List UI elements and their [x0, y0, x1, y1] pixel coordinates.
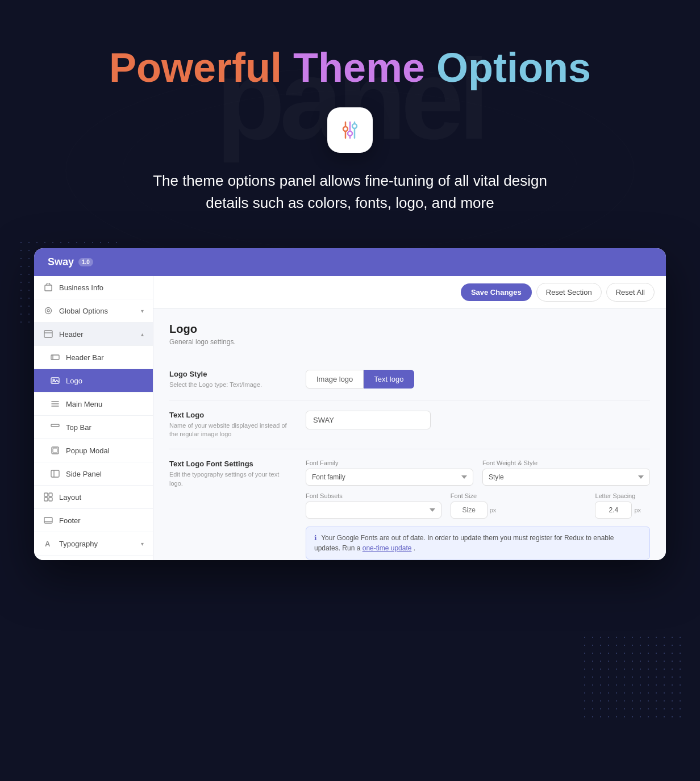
sidebar-item-header-bar[interactable]: Header Bar — [34, 346, 153, 369]
svg-point-7 — [352, 124, 357, 128]
letter-spacing-unit: px — [634, 507, 641, 513]
font-settings-desc: Edit the typography settings of your tex… — [169, 470, 294, 488]
sidebar-item-portfolio[interactable]: Portfolio — [34, 556, 153, 560]
sidebar-label-popup-modal: Popup Modal — [66, 446, 110, 455]
sidebar-item-header-left: Header — [43, 329, 84, 339]
top-bar-icon — [50, 422, 60, 432]
header-chevron: ▴ — [141, 331, 144, 337]
font-weight-field: Font Weight & Style Style — [482, 460, 650, 486]
sidebar-item-main-menu[interactable]: Main Menu — [34, 392, 153, 416]
font-family-select[interactable]: Font family — [306, 469, 473, 486]
notice-link[interactable]: one-time update — [363, 544, 412, 552]
font-weight-label: Font Weight & Style — [482, 460, 650, 466]
svg-rect-15 — [51, 378, 59, 383]
svg-rect-11 — [44, 331, 52, 337]
sidebar-item-footer[interactable]: Footer — [34, 509, 153, 532]
panel-body: Business Info Global Options ▾ — [34, 276, 666, 560]
google-fonts-notice: ℹ Your Google Fonts are out of date. In … — [306, 527, 650, 559]
letter-spacing-input[interactable] — [595, 502, 632, 519]
text-logo-input[interactable] — [306, 411, 431, 429]
footer-icon — [43, 515, 53, 525]
sidebar-label-footer: Footer — [59, 516, 81, 525]
logo-style-control: Image logo Text logo — [306, 370, 650, 389]
sidebar-label-header: Header — [59, 330, 84, 339]
sidebar-label-typography: Typography — [59, 540, 98, 548]
sidebar-item-typography-left: A Typography — [43, 538, 98, 549]
sidebar-item-layout[interactable]: Layout — [34, 486, 153, 509]
sidebar-label-logo: Logo — [66, 377, 82, 385]
logo-style-image-btn[interactable]: Image logo — [306, 370, 364, 389]
header-icon — [43, 329, 53, 339]
notice-text-after: . — [414, 544, 415, 552]
font-subsets-label: Font Subsets — [306, 492, 441, 499]
sidebar-label-header-bar: Header Bar — [66, 353, 103, 362]
sidebar-item-business-info[interactable]: Business Info — [34, 276, 153, 299]
text-logo-label: Text Logo — [169, 411, 294, 419]
setting-row-text-logo: Text Logo Name of your website displayed… — [169, 400, 650, 450]
svg-rect-8 — [45, 285, 52, 291]
panel-brand: Sway — [48, 256, 74, 268]
svg-rect-29 — [44, 517, 52, 523]
font-size-unit: px — [490, 507, 497, 513]
reset-all-button[interactable]: Reset All — [606, 283, 655, 302]
section-title: Logo — [169, 323, 650, 336]
svg-rect-26 — [49, 493, 52, 496]
header-bar-icon — [50, 352, 60, 362]
svg-point-5 — [348, 131, 352, 136]
svg-rect-27 — [44, 498, 48, 501]
letter-spacing-input-group: px — [595, 502, 641, 519]
sidebar-item-global-left: Global Options — [43, 306, 108, 316]
text-logo-desc: Name of your website displayed instead o… — [169, 421, 294, 439]
svg-rect-22 — [53, 448, 57, 453]
save-changes-button[interactable]: Save Changes — [461, 283, 532, 301]
panel-header: Sway 1.0 — [34, 248, 666, 276]
font-settings-label: Text Logo Font Settings — [169, 460, 294, 468]
svg-rect-13 — [51, 355, 59, 360]
section-subtitle: General logo settings. — [169, 338, 650, 346]
letter-spacing-label: Letter Spacing — [595, 492, 641, 499]
font-size-input-group: px — [451, 502, 586, 519]
font-grid: Font Family Font family Font Weight & St… — [306, 460, 650, 486]
action-bar: Save Changes Reset Section Reset All — [153, 276, 666, 309]
business-info-icon — [43, 282, 53, 293]
svg-rect-23 — [51, 470, 59, 477]
sidebar-item-global-options[interactable]: Global Options ▾ — [34, 299, 153, 323]
sidebar-item-popup-modal[interactable]: Popup Modal — [34, 439, 153, 462]
font-subsets-select[interactable] — [306, 502, 441, 519]
sidebar-item-header[interactable]: Header ▴ — [34, 323, 153, 346]
font-size-field: Font Size px — [451, 492, 586, 519]
font-weight-select[interactable]: Style — [482, 469, 650, 486]
panel-version: 1.0 — [78, 258, 93, 266]
svg-point-3 — [343, 127, 348, 131]
hero-title-word1: Powerful — [109, 45, 282, 90]
typography-icon: A — [43, 538, 53, 549]
setting-info-text-logo: Text Logo Name of your website displayed… — [169, 411, 294, 439]
sidebar-label-layout: Layout — [59, 493, 81, 502]
theme-options-panel: Sway 1.0 Business Info Gl — [34, 248, 666, 560]
hero-title-word2: Theme — [293, 45, 425, 90]
reset-section-button[interactable]: Reset Section — [536, 283, 602, 302]
sidebar-item-logo[interactable]: Logo — [34, 369, 153, 392]
sidebar-item-typography[interactable]: A Typography ▾ — [34, 532, 153, 556]
global-options-chevron: ▾ — [141, 308, 144, 314]
font-size-input[interactable] — [451, 502, 488, 519]
dot-pattern-right — [581, 633, 683, 724]
hero-title-word3: Options — [436, 45, 591, 90]
svg-point-9 — [45, 308, 52, 314]
font-row-bottom: Font Subsets Font Size px — [306, 492, 650, 519]
setting-info-font: Text Logo Font Settings Edit the typogra… — [169, 460, 294, 488]
logo-style-toggle: Image logo Text logo — [306, 370, 650, 389]
panel-wrapper: Sway 1.0 Business Info Gl — [0, 248, 700, 605]
sidebar: Business Info Global Options ▾ — [34, 276, 153, 560]
content-area: Logo General logo settings. Logo Style S… — [153, 309, 666, 560]
logo-style-text-btn[interactable]: Text logo — [364, 370, 414, 389]
sidebar-item-top-bar[interactable]: Top Bar — [34, 416, 153, 439]
svg-rect-28 — [49, 498, 52, 501]
main-menu-icon — [50, 399, 60, 409]
sidebar-label-top-bar: Top Bar — [66, 423, 91, 432]
notice-icon: ℹ — [314, 534, 317, 542]
svg-rect-25 — [44, 493, 48, 496]
setting-info-logo-style: Logo Style Select the Logo type: Text/Im… — [169, 370, 294, 389]
sidebar-item-side-panel[interactable]: Side Panel — [34, 462, 153, 486]
notice-text-before: Your Google Fonts are out of date. In or… — [314, 534, 614, 552]
